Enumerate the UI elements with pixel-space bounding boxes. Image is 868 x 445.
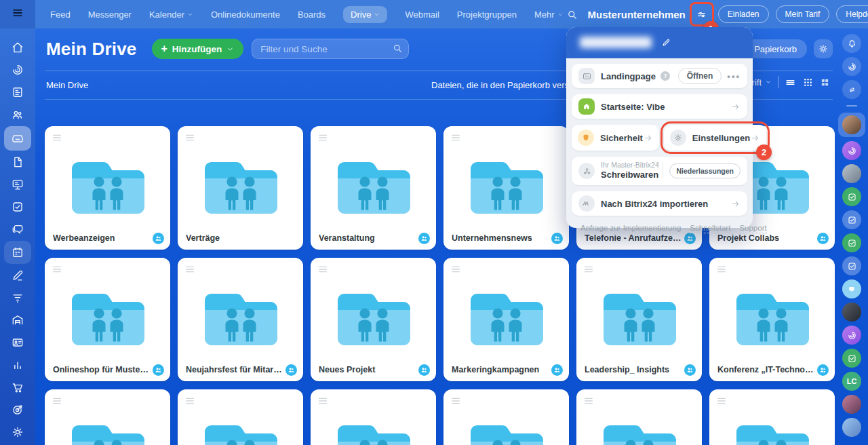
account-settings-toggle[interactable]: 1 bbox=[692, 5, 711, 24]
menu-item-sicherheit[interactable]: Sicherheit bbox=[572, 125, 659, 151]
grid-view-icon[interactable] bbox=[802, 77, 814, 88]
sidebar-item-copilot[interactable] bbox=[5, 59, 30, 81]
card-menu-icon[interactable] bbox=[52, 395, 62, 409]
search-input[interactable] bbox=[252, 39, 409, 59]
card-menu-icon[interactable] bbox=[716, 395, 727, 409]
folder-card[interactable] bbox=[443, 389, 569, 445]
card-menu-icon[interactable] bbox=[317, 264, 328, 277]
folder-card[interactable]: Veranstaltung bbox=[311, 126, 436, 250]
shared-users-icon[interactable] bbox=[817, 364, 829, 376]
card-menu-icon[interactable] bbox=[450, 264, 461, 277]
help-icon[interactable]: ? bbox=[660, 71, 670, 81]
shared-users-icon[interactable] bbox=[684, 364, 696, 376]
sidebar-item-drive[interactable] bbox=[4, 126, 31, 151]
menu-item-master-bitrix24[interactable]: Ihr Master-Bitrix24 Schreibwaren Niederl… bbox=[572, 157, 747, 185]
folder-card[interactable] bbox=[45, 389, 170, 445]
list-view-icon[interactable] bbox=[785, 77, 796, 88]
folder-card[interactable]: Verträge bbox=[178, 126, 303, 250]
search-icon[interactable] bbox=[564, 5, 581, 23]
rail-group-chat[interactable] bbox=[842, 279, 861, 298]
rail-task-chat[interactable] bbox=[842, 233, 861, 252]
card-menu-icon[interactable] bbox=[52, 264, 62, 277]
card-menu-icon[interactable] bbox=[317, 395, 328, 409]
tile-view-icon[interactable] bbox=[820, 77, 830, 88]
rail-task-chat-muted[interactable] bbox=[842, 210, 861, 229]
nav-item-webmail[interactable]: Webmail bbox=[405, 9, 439, 20]
footer-link-implementierung[interactable]: Anfrage zur Implementierung bbox=[580, 224, 681, 233]
card-menu-icon[interactable] bbox=[450, 395, 461, 409]
shared-users-icon[interactable] bbox=[551, 364, 563, 376]
sidebar-item-settings[interactable] bbox=[5, 421, 30, 443]
sidebar-item-crm[interactable] bbox=[5, 287, 30, 309]
sidebar-item-tasks[interactable] bbox=[5, 196, 30, 218]
drive-settings-button[interactable] bbox=[814, 39, 833, 58]
card-menu-icon[interactable] bbox=[184, 395, 195, 409]
folder-card[interactable]: Markeringkampagnen bbox=[443, 258, 569, 381]
shared-users-icon[interactable] bbox=[285, 364, 297, 376]
folder-card[interactable] bbox=[178, 389, 303, 445]
rail-copilot-chat[interactable] bbox=[842, 326, 861, 345]
folder-card[interactable] bbox=[709, 389, 835, 445]
sidebar-item-calendar[interactable] bbox=[4, 241, 31, 264]
card-menu-icon[interactable] bbox=[52, 132, 62, 146]
rail-group-avatar[interactable] bbox=[842, 418, 861, 437]
folder-card[interactable]: Neues Projekt bbox=[311, 258, 436, 381]
shared-users-icon[interactable] bbox=[418, 233, 430, 244]
sidebar-item-online-store[interactable] bbox=[5, 376, 30, 398]
rail-task-chat[interactable] bbox=[842, 187, 861, 206]
nav-item-feed[interactable]: Feed bbox=[50, 9, 71, 20]
shared-users-icon[interactable] bbox=[153, 233, 164, 244]
rail-copilot-chat[interactable] bbox=[842, 141, 861, 160]
nav-item-projektgruppen[interactable]: Projektgruppen bbox=[457, 9, 517, 20]
card-menu-icon[interactable] bbox=[317, 132, 328, 146]
recycle-bin-button[interactable]: Papierkorb bbox=[744, 39, 807, 58]
breadcrumb[interactable]: Mein Drive bbox=[46, 80, 88, 90]
folder-card[interactable] bbox=[311, 389, 436, 445]
footer-link-support[interactable]: Support bbox=[739, 224, 766, 233]
rail-user-avatar[interactable] bbox=[842, 115, 861, 134]
sort-dropdown[interactable]: rift bbox=[752, 77, 772, 88]
folder-card[interactable]: Neujahrsfest für Mitarbeiter bbox=[178, 258, 303, 381]
sidebar-item-documents[interactable] bbox=[5, 151, 30, 173]
shared-users-icon[interactable] bbox=[551, 233, 563, 244]
menu-item-landingpage[interactable]: Landingpage ? Öffnen ••• bbox=[572, 64, 747, 88]
rail-copilot[interactable] bbox=[842, 57, 861, 76]
folder-card[interactable]: Werbeanzeigen bbox=[45, 126, 170, 250]
shared-users-icon[interactable] bbox=[418, 364, 430, 376]
more-options-icon[interactable]: ••• bbox=[727, 71, 741, 81]
rail-chat-transfer[interactable] bbox=[842, 80, 861, 99]
rail-user-avatar-dark[interactable] bbox=[842, 303, 861, 322]
card-menu-icon[interactable] bbox=[716, 264, 727, 277]
einladen-button[interactable]: Einladen bbox=[718, 5, 769, 23]
menu-item-import[interactable]: Nach Bitrix24 importieren bbox=[572, 191, 747, 216]
sidebar-item-boards[interactable] bbox=[5, 174, 30, 195]
card-menu-icon[interactable] bbox=[583, 264, 594, 277]
mein-tarif-button[interactable]: Mein Tarif bbox=[776, 5, 830, 23]
sidebar-item-messenger[interactable] bbox=[5, 218, 30, 240]
folder-card[interactable]: Leadership_ Insights bbox=[576, 258, 702, 381]
open-button[interactable]: Öffnen bbox=[678, 68, 722, 84]
sidebar-item-employees[interactable] bbox=[5, 104, 30, 125]
nav-item-drive[interactable]: Drive bbox=[343, 6, 387, 23]
card-menu-icon[interactable] bbox=[184, 132, 195, 146]
folder-card[interactable]: Konferenz „IT-Technologien“ 2... bbox=[709, 258, 835, 381]
sidebar-item-analytics[interactable] bbox=[5, 354, 30, 376]
nav-item-messenger[interactable]: Messenger bbox=[88, 9, 132, 20]
folder-card[interactable] bbox=[576, 389, 702, 445]
sidebar-item-home[interactable] bbox=[5, 37, 30, 58]
rail-task-chat-muted[interactable] bbox=[842, 256, 861, 275]
card-menu-icon[interactable] bbox=[450, 132, 461, 146]
branches-button[interactable]: Niederlassungen bbox=[669, 163, 741, 178]
footer-link-schnellstart[interactable]: Schnellstart bbox=[690, 224, 730, 233]
folder-card[interactable]: Unternehmensnews bbox=[443, 126, 569, 250]
add-button[interactable]: + Hinzufügen bbox=[152, 39, 244, 59]
edit-pencil-icon[interactable] bbox=[661, 37, 671, 50]
nav-item-onlinedokumente[interactable]: Onlinedokumente bbox=[211, 9, 280, 20]
nav-item-mehr[interactable]: Mehr bbox=[534, 9, 564, 20]
rail-cat-avatar[interactable] bbox=[842, 164, 861, 183]
nav-item-boards[interactable]: Boards bbox=[298, 9, 326, 20]
menu-item-startseite[interactable]: Startseite: Vibe bbox=[572, 94, 747, 119]
sidebar-item-newsfeed[interactable] bbox=[5, 81, 30, 103]
menu-item-einstellungen[interactable]: Einstellungen 2 bbox=[664, 125, 766, 151]
shared-users-icon[interactable] bbox=[153, 364, 164, 376]
